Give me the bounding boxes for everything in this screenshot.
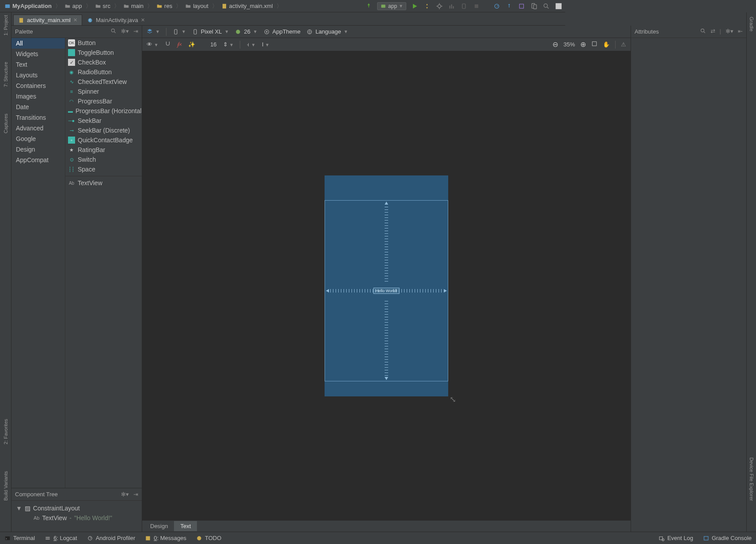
design-canvas[interactable]: Hello World! ⤡ (142, 51, 565, 407)
project-icon (4, 3, 11, 9)
widget-seekbar[interactable]: ─●SeekBar (65, 116, 142, 126)
minimize-icon[interactable]: ⇥ (133, 28, 138, 35)
widget-switch[interactable]: ⊙Switch (65, 155, 142, 164)
widget-seekbar-discrete[interactable]: ⊸SeekBar (Discrete) (65, 126, 142, 135)
language-selector[interactable]: Language▼ (306, 28, 348, 35)
run-icon[interactable] (411, 2, 419, 10)
default-margin[interactable]: 16 (210, 41, 216, 48)
breadcrumb-item[interactable]: res〉 (155, 1, 183, 11)
breadcrumb-root[interactable]: MyApplication〉 (3, 1, 63, 11)
breadcrumb-item[interactable]: app〉 (63, 1, 93, 11)
user-icon[interactable] (555, 2, 563, 10)
rail-structure[interactable]: 7: Structure (3, 62, 8, 87)
breadcrumb-label: main (131, 3, 144, 9)
widget-ratingbar[interactable]: ★RatingBar (65, 145, 142, 155)
folder-icon (95, 3, 101, 9)
breadcrumb-item[interactable]: main〉 (121, 1, 155, 11)
widget-checkbox[interactable]: ✓CheckBox (65, 57, 142, 67)
category-widgets[interactable]: Widgets (11, 49, 65, 59)
stop-icon[interactable] (472, 2, 480, 10)
close-icon[interactable]: ✕ (73, 17, 77, 23)
tab-activity-main[interactable]: activity_main.xml ✕ (13, 15, 82, 25)
sdk-manager-icon[interactable] (505, 2, 513, 10)
avd-manager-icon[interactable] (493, 2, 501, 10)
widget-textview[interactable]: AbTextView (65, 178, 142, 188)
android-icon (235, 29, 241, 35)
device-viewport[interactable]: Hello World! (325, 200, 448, 381)
breadcrumb-label: res (164, 3, 172, 9)
category-text[interactable]: Text (11, 59, 65, 70)
breadcrumb-label: src (103, 3, 110, 9)
widget-radiobutton[interactable]: ◉RadioButton (65, 67, 142, 77)
category-design[interactable]: Design (11, 144, 65, 155)
rail-captures[interactable]: Captures (3, 114, 8, 133)
rail-project[interactable]: 1: Project (3, 15, 8, 35)
category-containers[interactable]: Containers (11, 80, 65, 91)
folder-icon (64, 3, 71, 9)
svg-rect-7 (462, 4, 465, 8)
category-advanced[interactable]: Advanced (11, 123, 65, 133)
pack-icon[interactable]: ⇕ ▼ (223, 41, 234, 48)
widget-progressbar[interactable]: ◠ProgressBar (65, 96, 142, 106)
breadcrumb-file[interactable]: activity_main.xml〉 (219, 1, 284, 11)
svg-rect-1 (223, 4, 226, 8)
svg-rect-0 (5, 4, 10, 8)
category-all[interactable]: All (11, 38, 65, 49)
align-icon[interactable]: ⫞ ▼ (246, 41, 256, 48)
breadcrumb-item[interactable]: src〉 (93, 1, 121, 11)
widget-progressbar-horizontal[interactable]: ▬ProgressBar (Horizontal) (65, 106, 142, 116)
profiler-icon[interactable] (448, 2, 456, 10)
zoom-level: 35% (563, 41, 565, 48)
theme-selector[interactable]: AppTheme (264, 28, 301, 35)
widget-quickcontactbadge[interactable]: ◦QuickContactBadge (65, 135, 142, 145)
svg-rect-5 (451, 4, 452, 8)
svg-point-18 (111, 29, 114, 32)
attach-debugger-icon[interactable] (460, 2, 468, 10)
resize-handle-icon[interactable]: ⤡ (450, 395, 456, 404)
widget-togglebutton[interactable]: ToggleButton (65, 48, 142, 57)
category-appcompat[interactable]: AppCompat (11, 155, 65, 165)
search-everywhere-icon[interactable] (542, 2, 550, 10)
device-selector[interactable]: Pixel XL▼ (192, 28, 229, 35)
make-project-icon[interactable] (365, 2, 373, 10)
device-manager-icon[interactable] (530, 2, 538, 10)
svg-rect-19 (174, 29, 177, 34)
category-transitions[interactable]: Transitions (11, 112, 65, 123)
widget-spinner[interactable]: ≡Spinner (65, 87, 142, 96)
breadcrumb: MyApplication〉 app〉 src〉 main〉 res〉 layo… (3, 1, 284, 11)
device-label: Pixel XL (201, 28, 222, 35)
eye-icon[interactable]: 👁 ▼ (147, 41, 159, 48)
widget-button[interactable]: OKButton (65, 38, 142, 48)
design-surface-selector[interactable]: ▼ (147, 29, 160, 35)
widget-space[interactable]: ┆┆Space (65, 164, 142, 174)
clear-constraints-icon[interactable]: ʄ× (177, 41, 182, 48)
category-layouts[interactable]: Layouts (11, 70, 65, 80)
debug-icon[interactable] (435, 2, 443, 10)
category-date[interactable]: Date (11, 102, 65, 112)
orientation-selector[interactable]: ▼ (173, 29, 186, 35)
run-config-selector[interactable]: app ▼ (377, 2, 406, 10)
guidelines-icon[interactable]: Ⅰ ▼ (262, 41, 270, 48)
svg-rect-8 (475, 4, 478, 8)
gear-icon[interactable]: ✻▾ (121, 28, 129, 35)
folder-icon (185, 3, 191, 9)
svg-rect-6 (453, 6, 454, 8)
tab-main-activity[interactable]: C MainActivity.java ✕ (82, 15, 150, 25)
category-google[interactable]: Google (11, 133, 65, 144)
left-tool-rail: 1: Project 7: Structure Captures 2: Favo… (0, 12, 11, 407)
category-images[interactable]: Images (11, 91, 65, 102)
search-icon[interactable] (110, 28, 117, 35)
top-toolbar: MyApplication〉 app〉 src〉 main〉 res〉 layo… (0, 0, 565, 12)
close-icon[interactable]: ✕ (141, 17, 145, 23)
svg-rect-14 (556, 3, 562, 9)
svg-rect-20 (194, 29, 197, 34)
magnet-icon[interactable] (165, 41, 171, 48)
api-selector[interactable]: 26▼ (235, 28, 257, 35)
breadcrumb-item[interactable]: layout〉 (183, 1, 219, 11)
infer-constraints-icon[interactable]: ✨ (188, 41, 195, 48)
widget-checkedtextview[interactable]: ∿CheckedTextView (65, 77, 142, 87)
apply-changes-icon[interactable] (423, 2, 431, 10)
textview-widget[interactable]: Hello World! (374, 288, 400, 294)
layout-inspector-icon[interactable] (518, 2, 525, 10)
zoom-out-icon[interactable]: ⊖ (552, 40, 558, 49)
